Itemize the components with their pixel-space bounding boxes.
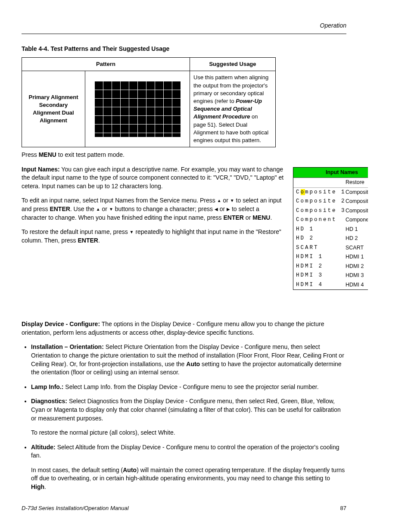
triangle-left-icon: ◀: [215, 207, 218, 212]
input-names-row: HD 2HD 2: [293, 234, 368, 243]
input-names-box: Input Names Restore Composite 1Composite…: [293, 167, 368, 290]
edit-input-paragraph: To edit an input name, select Input Name…: [22, 196, 284, 222]
restore-paragraph: To restore the default input name, press…: [22, 228, 284, 245]
triangle-right-icon: ▶: [227, 207, 230, 212]
bullet-list: Installation – Orientation: Select Pictu…: [22, 343, 346, 491]
triangle-down-icon: ▼: [109, 207, 113, 212]
input-names-row: SCARTSCART: [293, 243, 368, 253]
input-names-row: HD 1HD 1: [293, 225, 368, 234]
table-title: Table 4-4. Test Patterns and Their Sugge…: [22, 45, 346, 53]
triangle-down-icon: ▼: [130, 230, 134, 235]
input-names-row: HDMI 2HDMI 2: [293, 262, 368, 271]
section-header: Operation: [22, 22, 346, 30]
triangle-up-icon: ▲: [217, 199, 221, 203]
th-pattern: Pattern: [22, 58, 190, 71]
triangle-up-icon: ▲: [96, 207, 100, 212]
input-names-row: ComponentComponent: [293, 215, 368, 225]
header-rule: [22, 34, 346, 34]
triangle-down-icon: ▼: [230, 199, 234, 203]
restore-row: Restore: [293, 178, 368, 188]
usage-cell: Use this pattern when aligning the outpu…: [190, 71, 276, 147]
footer: D-73d Series Installation/Operation Manu…: [22, 504, 346, 512]
display-device-paragraph: Display Device - Configure: The options …: [22, 320, 346, 337]
th-usage: Suggested Usage: [190, 58, 276, 71]
page-number: 87: [340, 504, 346, 512]
input-names-row: Composite 1Composite 1: [293, 188, 368, 197]
list-item: Lamp Info.: Select Lamp Info. from the D…: [31, 383, 346, 392]
grid-pattern-image: [94, 81, 181, 137]
list-item: Diagnostics: Select Diagnostics from the…: [31, 397, 346, 437]
list-item: Altitude: Select Altitude from the Displ…: [31, 443, 346, 492]
list-item: Installation – Orientation: Select Pictu…: [31, 343, 346, 376]
input-names-row: HDMI 1HDMI 1: [293, 252, 368, 262]
input-names-row: Composite 3Composite 3: [293, 206, 368, 216]
pattern-table: Pattern Suggested Usage Primary Alignmen…: [22, 57, 276, 147]
exit-line: Press MENU to exit test pattern mode.: [22, 151, 346, 159]
footer-title: D-73d Series Installation/Operation Manu…: [22, 504, 129, 512]
input-names-row: Composite 2Composite 2: [293, 197, 368, 206]
input-names-row: HDMI 3HDMI 3: [293, 271, 368, 280]
input-names-row: HDMI 4HDMI 4: [293, 280, 368, 290]
pattern-image-cell: [85, 71, 190, 147]
pattern-label: Primary Alignment Secondary Alignment Du…: [22, 71, 85, 147]
input-names-paragraph: Input Names: You can give each input a d…: [22, 165, 284, 191]
input-names-title: Input Names: [293, 168, 368, 178]
